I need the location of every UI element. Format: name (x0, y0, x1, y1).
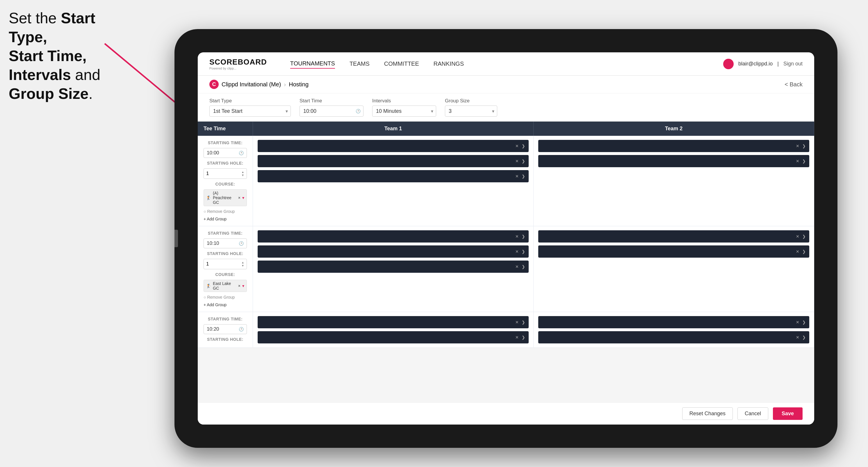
player-remove-3-3[interactable]: ✕ (515, 264, 519, 269)
player-remove-6-1[interactable]: ✕ (796, 320, 799, 324)
tablet-frame: SCOREBOARD Powered by clipp... TOURNAMEN… (175, 29, 837, 448)
main-content: Tee Time Team 1 Team 2 STARTING TIME: 10… (198, 122, 814, 402)
start-type-select[interactable]: 1st Tee Start Shotgun Start (209, 105, 291, 117)
intervals-group: Intervals 10 Minutes 8 Minutes 12 Minute… (372, 98, 436, 117)
tablet-screen: SCOREBOARD Powered by clipp... TOURNAMEN… (198, 52, 814, 425)
nav-link-committee[interactable]: COMMITTEE (384, 59, 419, 68)
table-header: Tee Time Team 1 Team 2 (198, 122, 814, 136)
nav-link-teams[interactable]: TEAMS (349, 59, 370, 68)
player-chevron-3-3: ❯ (522, 264, 525, 269)
tournament-name[interactable]: Clippd Invitational (Me) (222, 81, 281, 88)
starting-time-input-1[interactable]: 10:00 🕐 (204, 148, 247, 158)
course-remove-2[interactable]: ▾ (242, 283, 244, 288)
player-remove-5-1[interactable]: ✕ (515, 320, 519, 324)
col-team2: Team 2 (534, 122, 814, 136)
player-chevron-1-2: ❯ (522, 159, 525, 163)
col-team1: Team 1 (253, 122, 534, 136)
player-row-6-1: ✕ ❯ (538, 316, 809, 328)
group-size-group: Group Size 3 2 4 (445, 98, 497, 117)
sub-header: C Clippd Invitational (Me) › Hosting < B… (198, 75, 814, 93)
course-tag-2: 🏌 East Lake GC × ▾ (204, 280, 247, 292)
player-chevron-5-2: ❯ (522, 335, 525, 340)
logo-sub: Powered by clipp... (209, 67, 267, 70)
player-remove-1-3[interactable]: ✕ (515, 174, 519, 179)
intervals-select[interactable]: 10 Minutes 8 Minutes 12 Minutes (372, 105, 436, 117)
player-chevron-5-1: ❯ (522, 320, 525, 324)
cancel-button[interactable]: Cancel (738, 407, 768, 420)
start-type-select-wrapper: 1st Tee Start Shotgun Start (209, 105, 291, 117)
player-row-3-2: ✕ ❯ (258, 245, 529, 258)
starting-hole-input-2[interactable]: 1 ▲▼ (204, 259, 247, 269)
save-button[interactable]: Save (773, 407, 803, 420)
player-row-5-2: ✕ ❯ (258, 331, 529, 343)
player-remove-4-2[interactable]: ✕ (796, 249, 799, 254)
player-row-1-1: ✕ ❯ (258, 140, 529, 152)
player-row-1-2: ✕ ❯ (258, 155, 529, 167)
breadcrumb: C Clippd Invitational (Me) › Hosting (209, 80, 309, 89)
nav-separator: | (777, 61, 779, 67)
tablet-side-button (175, 230, 178, 247)
start-time-label: Start Time (300, 98, 364, 104)
player-remove-4-1[interactable]: ✕ (796, 234, 799, 239)
logo-text: SCOREBOARD (209, 58, 267, 67)
starting-time-input-2[interactable]: 10:10 🕐 (204, 239, 247, 248)
group-left-1: STARTING TIME: 10:00 🕐 STARTING HOLE: 1 … (198, 136, 253, 226)
player-chevron-4-2: ❯ (802, 249, 806, 254)
hole-stepper-2[interactable]: ▲▼ (241, 261, 244, 267)
breadcrumb-separator: › (284, 81, 286, 88)
player-remove-3-2[interactable]: ✕ (515, 249, 519, 254)
clock-icon-2: 🕐 (239, 241, 244, 246)
starting-time-label-2: STARTING TIME: (204, 231, 247, 236)
clock-icon-1: 🕐 (239, 151, 244, 155)
player-remove-1-2[interactable]: ✕ (515, 159, 519, 163)
player-chevron-6-1: ❯ (802, 320, 806, 324)
group-size-select[interactable]: 3 2 4 (445, 105, 497, 117)
start-type-group: Start Type 1st Tee Start Shotgun Start (209, 98, 291, 117)
team1-cell-3: ✕ ❯ ✕ ❯ (253, 312, 534, 347)
sign-out-link[interactable]: Sign out (783, 61, 803, 67)
remove-icon-1: ○ (204, 209, 206, 214)
reset-button[interactable]: Reset Changes (682, 407, 733, 420)
group-size-label: Group Size (445, 98, 497, 104)
player-row-3-3: ✕ ❯ (258, 260, 529, 273)
col-tee-time: Tee Time (198, 122, 253, 136)
course-label-2: COURSE: (204, 272, 247, 277)
course-tag-separator-1: × (238, 195, 241, 200)
nav-link-tournaments[interactable]: TOURNAMENTS (290, 59, 335, 69)
starting-hole-label-3: STARTING HOLE: (204, 337, 247, 342)
player-chevron-2-1: ❯ (802, 144, 806, 148)
starting-time-label-1: STARTING TIME: (204, 141, 247, 145)
course-tag-1: 🏌 (A) Peachtree GC × ▾ (204, 189, 247, 206)
logo-area: SCOREBOARD Powered by clipp... (209, 58, 267, 70)
player-row-2-1: ✕ ❯ (538, 140, 809, 152)
group-row-3: STARTING TIME: 10:20 🕐 STARTING HOLE: ✕ … (198, 312, 814, 348)
player-remove-2-1[interactable]: ✕ (796, 144, 799, 148)
nav-right: blair@clippd.io | Sign out (723, 59, 803, 69)
player-remove-5-2[interactable]: ✕ (515, 335, 519, 340)
remove-group-1[interactable]: ○ Remove Group (204, 209, 247, 214)
add-group-2[interactable]: + Add Group (204, 303, 247, 307)
course-icon-1: 🏌 (206, 195, 211, 200)
hole-stepper-1[interactable]: ▲▼ (241, 170, 244, 177)
start-time-select[interactable]: 10:00 (300, 105, 364, 117)
player-chevron-4-1: ❯ (802, 234, 806, 239)
add-group-1[interactable]: + Add Group (204, 217, 247, 221)
player-remove-2-2[interactable]: ✕ (796, 159, 799, 163)
player-remove-6-2[interactable]: ✕ (796, 335, 799, 340)
player-remove-3-1[interactable]: ✕ (515, 234, 519, 239)
nav-link-rankings[interactable]: RANKINGS (434, 59, 464, 68)
player-chevron-6-2: ❯ (802, 335, 806, 340)
player-chevron-1-3: ❯ (522, 174, 525, 179)
starting-hole-input-1[interactable]: 1 ▲▼ (204, 168, 247, 179)
course-remove-1[interactable]: ▾ (242, 195, 244, 200)
player-row-4-1: ✕ ❯ (538, 230, 809, 243)
starting-time-input-3[interactable]: 10:20 🕐 (204, 324, 247, 334)
clock-icon-3: 🕐 (239, 327, 244, 332)
course-label-1: COURSE: (204, 182, 247, 186)
course-tag-separator-2: × (238, 283, 241, 288)
remove-group-2[interactable]: ○ Remove Group (204, 295, 247, 300)
starting-hole-label-2: STARTING HOLE: (204, 251, 247, 256)
player-row-4-2: ✕ ❯ (538, 245, 809, 258)
player-remove-1-1[interactable]: ✕ (515, 144, 519, 148)
back-button[interactable]: < Back (784, 81, 803, 88)
